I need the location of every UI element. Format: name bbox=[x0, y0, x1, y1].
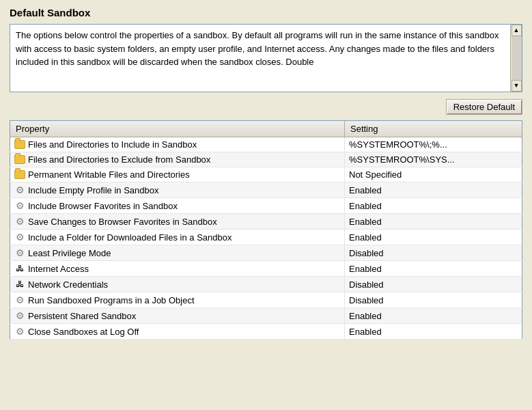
property-label: Include a Folder for Downloaded Files in… bbox=[28, 232, 232, 243]
property-label: Files and Directories to Include in Sand… bbox=[28, 139, 197, 150]
property-cell: Permanent Writable Files and Directories bbox=[10, 167, 345, 182]
settings-icon: ⚙ bbox=[14, 216, 25, 227]
property-label: Include Browser Favorites in Sandbox bbox=[28, 201, 178, 211]
column-header-setting: Setting bbox=[345, 121, 522, 137]
setting-cell: Enabled bbox=[345, 230, 522, 245]
table-row[interactable]: ⚙Persistent Shared SandboxEnabled bbox=[10, 308, 522, 324]
table-row[interactable]: ⚙Include a Folder for Downloaded Files i… bbox=[10, 230, 522, 245]
setting-cell: Enabled bbox=[345, 214, 522, 230]
scroll-down-button[interactable]: ▼ bbox=[512, 80, 522, 92]
property-cell: ⚙Persistent Shared Sandbox bbox=[10, 308, 345, 324]
table-row[interactable]: ⚙Include Empty Profile in SandboxEnabled bbox=[10, 182, 522, 198]
folder-icon bbox=[14, 155, 25, 164]
property-cell: Files and Directories to Exclude from Sa… bbox=[10, 152, 345, 167]
settings-icon: ⚙ bbox=[14, 310, 25, 321]
property-label: Run Sandboxed Programs in a Job Object bbox=[28, 295, 195, 305]
property-label: Internet Access bbox=[28, 264, 89, 274]
setting-cell: Enabled bbox=[345, 308, 522, 324]
settings-icon: ⚙ bbox=[14, 200, 25, 211]
folder-icon bbox=[14, 170, 25, 179]
network-icon: 🖧 bbox=[14, 279, 25, 290]
settings-icon: ⚙ bbox=[14, 232, 25, 243]
scrollbar[interactable]: ▲ ▼ bbox=[510, 25, 522, 92]
property-label: Permanent Writable Files and Directories bbox=[28, 169, 190, 180]
property-cell: ⚙Least Privilege Mode bbox=[10, 245, 345, 261]
property-cell: ⚙Run Sandboxed Programs in a Job Object bbox=[10, 292, 345, 308]
table-row[interactable]: 🖧Internet AccessEnabled bbox=[10, 261, 522, 277]
property-label: Close Sandboxes at Log Off bbox=[28, 327, 139, 337]
property-table: Property Setting Files and Directories t… bbox=[10, 120, 522, 340]
property-cell: 🖧Network Credentials bbox=[10, 277, 345, 292]
toolbar: Restore Default bbox=[10, 99, 522, 115]
setting-cell: %SYSTEMROOT%\SYS... bbox=[345, 152, 522, 167]
dialog-container: Default Sandbox The options below contro… bbox=[0, 0, 532, 410]
setting-cell: %SYSTEMROOT%\;%... bbox=[345, 137, 522, 152]
property-cell: ⚙Include a Folder for Downloaded Files i… bbox=[10, 230, 345, 245]
table-row[interactable]: ⚙Include Browser Favorites in SandboxEna… bbox=[10, 198, 522, 214]
property-cell: ⚙Close Sandboxes at Log Off bbox=[10, 324, 345, 340]
setting-cell: Enabled bbox=[345, 324, 522, 340]
column-header-property: Property bbox=[10, 121, 345, 137]
property-cell: 🖧Internet Access bbox=[10, 261, 345, 277]
scroll-track bbox=[512, 36, 522, 80]
scroll-up-button[interactable]: ▲ bbox=[512, 25, 522, 36]
settings-icon: ⚙ bbox=[14, 184, 25, 195]
property-label: Include Empty Profile in Sandbox bbox=[28, 185, 159, 195]
table-row[interactable]: 🖧Network CredentialsDisabled bbox=[10, 277, 522, 292]
network-icon: 🖧 bbox=[14, 263, 25, 274]
setting-cell: Enabled bbox=[345, 261, 522, 277]
table-row[interactable]: ⚙Least Privilege ModeDisabled bbox=[10, 245, 522, 261]
setting-cell: Not Specified bbox=[345, 167, 522, 182]
table-row[interactable]: ⚙Close Sandboxes at Log OffEnabled bbox=[10, 324, 522, 340]
settings-icon: ⚙ bbox=[14, 295, 25, 305]
table-row[interactable]: Permanent Writable Files and Directories… bbox=[10, 167, 522, 182]
property-cell: Files and Directories to Include in Sand… bbox=[10, 137, 345, 152]
dialog-title: Default Sandbox bbox=[10, 7, 522, 18]
setting-cell: Enabled bbox=[345, 198, 522, 214]
table-row[interactable]: Files and Directories to Include in Sand… bbox=[10, 137, 522, 152]
setting-cell: Disabled bbox=[345, 292, 522, 308]
settings-icon: ⚙ bbox=[14, 326, 25, 337]
property-label: Persistent Shared Sandbox bbox=[28, 311, 136, 321]
description-box: The options below control the properties… bbox=[10, 24, 522, 92]
setting-cell: Disabled bbox=[345, 245, 522, 261]
property-label: Network Credentials bbox=[28, 279, 108, 290]
setting-cell: Disabled bbox=[345, 277, 522, 292]
restore-default-button[interactable]: Restore Default bbox=[446, 99, 522, 115]
description-text: The options below control the properties… bbox=[16, 29, 504, 69]
table-row[interactable]: ⚙Save Changes to Browser Favorites in Sa… bbox=[10, 214, 522, 230]
folder-icon bbox=[14, 140, 25, 149]
property-cell: ⚙Include Browser Favorites in Sandbox bbox=[10, 198, 345, 214]
property-label: Files and Directories to Exclude from Sa… bbox=[28, 154, 210, 165]
property-cell: ⚙Save Changes to Browser Favorites in Sa… bbox=[10, 214, 345, 230]
property-label: Save Changes to Browser Favorites in San… bbox=[28, 217, 217, 227]
settings-icon: ⚙ bbox=[14, 247, 25, 258]
property-cell: ⚙Include Empty Profile in Sandbox bbox=[10, 182, 345, 198]
table-row[interactable]: Files and Directories to Exclude from Sa… bbox=[10, 152, 522, 167]
setting-cell: Enabled bbox=[345, 182, 522, 198]
property-label: Least Privilege Mode bbox=[28, 248, 111, 258]
table-row[interactable]: ⚙Run Sandboxed Programs in a Job ObjectD… bbox=[10, 292, 522, 308]
